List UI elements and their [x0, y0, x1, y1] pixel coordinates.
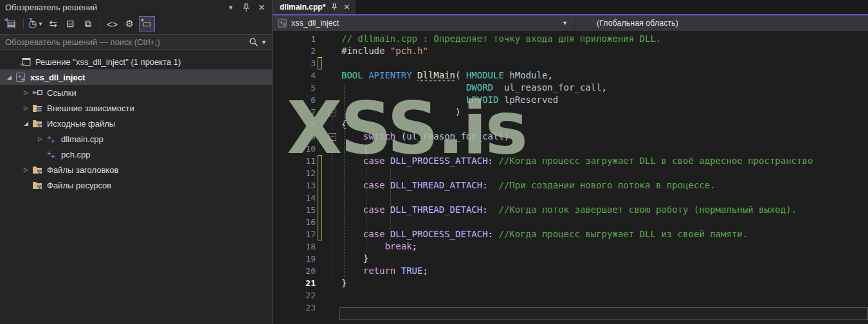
code-line-15[interactable]: 15 case DLL_THREAD_DETACH: //Когда поток…: [273, 204, 868, 216]
fold-margin: [323, 69, 341, 82]
line-number: 15: [273, 204, 316, 216]
code-line-18[interactable]: 18 break;: [273, 240, 868, 253]
show-all-files-icon[interactable]: ⧉: [80, 16, 96, 32]
code-line-6[interactable]: 6 LPVOID lpReserved: [273, 94, 868, 106]
code-text: case DLL_THREAD_DETACH: //Когда поток за…: [341, 204, 868, 216]
search-icon[interactable]: [249, 37, 258, 47]
folder-filter-icon: [32, 180, 42, 190]
fold-margin: [323, 94, 341, 106]
solution-icon: [20, 57, 31, 67]
code-line-14[interactable]: 14: [273, 192, 868, 204]
search-options-caret-icon[interactable]: ▼: [261, 39, 267, 46]
code-editor[interactable]: 1// dllmain.cpp : Определяет точку входа…: [273, 31, 868, 324]
solution-explorer-titlebar: Обозреватель решений ▼ ✕: [0, 0, 272, 14]
change-bar-margin: [316, 289, 323, 302]
extdeps-icon: [32, 103, 42, 113]
pending-changes-filter-icon[interactable]: ◷▼▼: [28, 16, 44, 32]
code-line-23[interactable]: 23: [273, 302, 868, 314]
tree-item--[interactable]: ◢Исходные файлы: [0, 116, 272, 131]
fold-margin: [323, 143, 341, 155]
cppfile-icon: ++: [46, 149, 57, 159]
expander-collapsed-icon[interactable]: ▷: [35, 136, 46, 142]
folder-filter-icon: [32, 165, 42, 175]
code-line-19[interactable]: 19 }: [273, 253, 868, 265]
cppfile-icon: ++: [46, 134, 57, 144]
line-number: 19: [273, 253, 316, 265]
solution-search-box[interactable]: Обозреватель решений — поиск (Ctrl+;) ▼: [0, 34, 272, 50]
fold-margin: [323, 179, 341, 192]
project-dropdown[interactable]: ++ xss_dll_inject ▼: [273, 15, 575, 31]
change-bar-margin: [316, 82, 323, 94]
code-line-11[interactable]: 11 case DLL_PROCESS_ATTACH: //Когда проц…: [273, 155, 868, 167]
code-line-10[interactable]: 10 {: [273, 143, 868, 155]
code-line-17[interactable]: 17 case DLL_PROCESS_DETACH: //Когда проц…: [273, 228, 868, 240]
fold-margin: [323, 118, 341, 130]
sync-selection-icon[interactable]: ⇆: [45, 16, 61, 32]
code-line-2[interactable]: 2#include "pch.h": [273, 45, 868, 57]
line-number: 22: [273, 289, 316, 302]
change-bar-margin: [316, 167, 323, 179]
properties-icon[interactable]: ⚙: [122, 16, 138, 32]
solution-tree: Решение "xss_dll_inject" (1 проекта 1)◢+…: [0, 51, 272, 324]
close-icon[interactable]: ✕: [343, 3, 350, 12]
line-number: 23: [273, 302, 316, 314]
change-bar-margin: [316, 33, 323, 45]
expander-collapsed-icon[interactable]: ▷: [21, 105, 32, 111]
tree-item-label: Ссылки: [47, 88, 77, 98]
pin-icon[interactable]: [331, 3, 338, 11]
chevron-down-icon[interactable]: ▼: [223, 2, 239, 14]
change-bar-margin: [316, 143, 323, 155]
tree-item-dllmain-cpp[interactable]: ▷++dllmain.cpp: [0, 131, 272, 147]
visual-studio-window: Обозреватель решений ▼ ✕ ▤◀◷▼▼⇆⊟⧉<>⚙▭✦ О…: [0, 0, 868, 324]
code-text: case DLL_PROCESS_ATTACH: //Когда процесс…: [341, 155, 868, 167]
scope-dropdown[interactable]: (Глобальная область): [575, 15, 868, 31]
tree-item-xss-dll-inject[interactable]: ◢++xss_dll_inject: [0, 69, 272, 85]
fold-collapse-icon[interactable]: [323, 106, 341, 118]
code-line-22[interactable]: 22: [273, 289, 868, 302]
code-line-8[interactable]: 8{: [273, 118, 868, 130]
preview-selected-items-icon[interactable]: ▭✦: [139, 16, 155, 32]
view-code-icon[interactable]: <>: [104, 16, 120, 32]
sync-with-active-document-icon[interactable]: ▤◀: [3, 16, 19, 32]
tab-dllmain-cpp[interactable]: dllmain.cpp* ✕: [273, 0, 356, 14]
tree-item--[interactable]: Файлы ресурсов: [0, 177, 272, 193]
tree-item--xss-dll-inject-1-1-[interactable]: Решение "xss_dll_inject" (1 проекта 1): [0, 54, 272, 69]
code-line-3[interactable]: 3: [273, 57, 868, 69]
fold-margin: [323, 302, 341, 314]
code-line-12[interactable]: 12: [273, 167, 868, 179]
code-line-21[interactable]: 21}: [273, 277, 868, 289]
code-line-20[interactable]: 20 return TRUE;: [273, 265, 868, 277]
close-icon[interactable]: ✕: [254, 2, 269, 14]
expander-collapsed-icon[interactable]: ▷: [21, 89, 32, 96]
fold-margin: [323, 277, 341, 289]
collapse-all-icon[interactable]: ⊟: [62, 16, 78, 32]
expander-collapsed-icon[interactable]: ▷: [21, 166, 32, 173]
code-line-4[interactable]: 4BOOL APIENTRY DllMain( HMODULE hModule,: [273, 69, 868, 82]
svg-text:+: +: [50, 138, 55, 144]
code-text: break;: [341, 240, 868, 253]
change-bar-margin: [316, 216, 323, 228]
pin-icon[interactable]: [239, 2, 254, 14]
tree-item-pch-cpp[interactable]: ++pch.cpp: [0, 147, 272, 162]
tree-item--[interactable]: ▷Файлы заголовков: [0, 162, 272, 177]
line-number: 17: [273, 228, 316, 240]
code-text: switch (ul_reason_for_call): [341, 130, 868, 143]
code-line-13[interactable]: 13 case DLL_THREAD_ATTACH: //При создани…: [273, 179, 868, 192]
expander-expanded-icon[interactable]: ◢: [21, 120, 32, 127]
code-line-5[interactable]: 5 DWORD ul_reason_for_call,: [273, 82, 868, 94]
code-line-9[interactable]: 9 switch (ul_reason_for_call): [273, 130, 868, 143]
code-line-7[interactable]: 7 ): [273, 106, 868, 118]
search-placeholder: Обозреватель решений — поиск (Ctrl+;): [5, 37, 249, 47]
scope-dropdown-value: (Глобальная область): [597, 19, 678, 28]
code-line-16[interactable]: 16: [273, 216, 868, 228]
tree-item-label: Файлы ресурсов: [47, 181, 111, 190]
code-text: [341, 289, 868, 302]
tree-item--[interactable]: ▷Ссылки: [0, 85, 272, 100]
code-line-1[interactable]: 1// dllmain.cpp : Определяет точку входа…: [273, 33, 868, 45]
code-text: // dllmain.cpp : Определяет точку входа …: [341, 33, 868, 45]
line-number: 1: [273, 33, 316, 45]
tree-item--[interactable]: ▷Внешние зависимости: [0, 100, 272, 116]
fold-collapse-icon[interactable]: [323, 130, 341, 143]
expander-expanded-icon[interactable]: ◢: [4, 74, 15, 80]
code-text: BOOL APIENTRY DllMain( HMODULE hModule,: [341, 69, 868, 82]
